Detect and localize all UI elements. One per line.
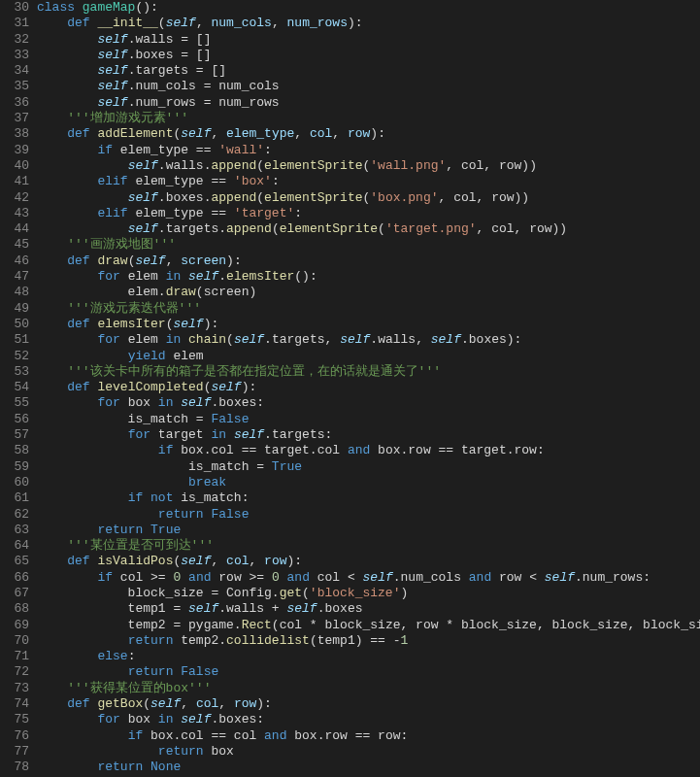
line-number: 69 [4, 618, 29, 633]
line-number: 39 [4, 143, 29, 158]
code-line[interactable]: if box.col == target.col and box.row == … [37, 443, 700, 458]
line-number: 50 [4, 317, 29, 332]
code-line[interactable]: self.boxes.append(elementSprite('box.png… [37, 190, 700, 206]
line-number: 70 [4, 633, 29, 649]
line-number: 62 [4, 507, 29, 523]
line-number: 34 [4, 63, 29, 79]
code-line[interactable]: return False [37, 507, 700, 523]
line-number: 60 [4, 475, 29, 490]
line-number: 30 [4, 0, 29, 16]
code-line[interactable]: '''某位置是否可到达''' [37, 538, 700, 554]
line-number: 52 [4, 349, 29, 364]
line-number: 44 [4, 221, 29, 237]
code-line[interactable]: self.targets.append(elementSprite('targe… [37, 221, 700, 237]
code-line[interactable]: '''画游戏地图''' [37, 237, 700, 253]
line-number: 75 [4, 712, 29, 727]
line-number: 45 [4, 237, 29, 253]
code-line[interactable]: return None [37, 760, 700, 775]
line-number: 67 [4, 586, 29, 601]
code-line[interactable]: return box [37, 744, 700, 760]
code-line[interactable]: elif elem_type == 'box': [37, 174, 700, 189]
line-number-gutter: 3031323334353637383940414243444546474849… [0, 0, 37, 777]
code-line[interactable]: self.num_cols = num_cols [37, 79, 700, 94]
line-number: 46 [4, 253, 29, 269]
line-number: 71 [4, 649, 29, 664]
code-line[interactable]: def draw(self, screen): [37, 253, 700, 269]
code-line[interactable]: def __init__(self, num_cols, num_rows): [37, 16, 700, 31]
code-line[interactable]: block_size = Config.get('block_size') [37, 586, 700, 601]
code-line[interactable]: for elem in self.elemsIter(): [37, 269, 700, 285]
code-line[interactable]: class gameMap(): [37, 0, 700, 16]
code-line[interactable]: self.boxes = [] [37, 48, 700, 63]
code-line[interactable]: return temp2.collidelist(temp1) == -1 [37, 633, 700, 649]
code-line[interactable]: for box in self.boxes: [37, 712, 700, 727]
code-line[interactable]: '''该关卡中所有的箱子是否都在指定位置，在的话就是通关了''' [37, 364, 700, 380]
line-number: 35 [4, 79, 29, 94]
code-line[interactable]: def isValidPos(self, col, row): [37, 554, 700, 569]
line-number: 43 [4, 206, 29, 221]
code-line[interactable]: return False [37, 664, 700, 680]
code-line[interactable]: if not is_match: [37, 490, 700, 506]
line-number: 63 [4, 523, 29, 538]
line-number: 41 [4, 174, 29, 189]
code-line[interactable]: temp2 = pygame.Rect(col * block_size, ro… [37, 618, 700, 633]
line-number: 73 [4, 681, 29, 696]
line-number: 37 [4, 111, 29, 126]
line-number: 55 [4, 395, 29, 411]
line-number: 38 [4, 126, 29, 142]
code-line[interactable]: self.num_rows = num_rows [37, 95, 700, 111]
line-number: 56 [4, 412, 29, 427]
code-line[interactable]: yield elem [37, 349, 700, 364]
line-number: 54 [4, 380, 29, 395]
code-line[interactable]: temp1 = self.walls + self.boxes [37, 601, 700, 617]
line-number: 31 [4, 16, 29, 31]
line-number: 42 [4, 190, 29, 206]
code-line[interactable]: for box in self.boxes: [37, 395, 700, 411]
code-line[interactable]: break [37, 475, 700, 490]
code-line[interactable]: def levelCompleted(self): [37, 380, 700, 395]
code-line[interactable]: def addElement(self, elem_type, col, row… [37, 126, 700, 142]
line-number: 64 [4, 538, 29, 554]
code-line[interactable]: '''获得某位置的box''' [37, 681, 700, 696]
line-number: 47 [4, 269, 29, 285]
line-number: 57 [4, 427, 29, 443]
code-editor[interactable]: 3031323334353637383940414243444546474849… [0, 0, 700, 777]
code-area[interactable]: class gameMap(): def __init__(self, num_… [37, 0, 700, 777]
code-line[interactable]: self.walls.append(elementSprite('wall.pn… [37, 158, 700, 174]
line-number: 49 [4, 301, 29, 317]
line-number: 72 [4, 664, 29, 680]
line-number: 32 [4, 32, 29, 48]
line-number: 78 [4, 760, 29, 775]
line-number: 33 [4, 48, 29, 63]
code-line[interactable]: for target in self.targets: [37, 427, 700, 443]
code-line[interactable]: if box.col == col and box.row == row: [37, 728, 700, 744]
line-number: 48 [4, 285, 29, 300]
code-line[interactable]: return True [37, 523, 700, 538]
code-line[interactable]: is_match = True [37, 459, 700, 475]
code-line[interactable]: elem.draw(screen) [37, 285, 700, 300]
code-line[interactable]: '''游戏元素迭代器''' [37, 301, 700, 317]
line-number: 76 [4, 728, 29, 744]
line-number: 66 [4, 570, 29, 586]
code-line[interactable]: is_match = False [37, 412, 700, 427]
code-line[interactable]: self.targets = [] [37, 63, 700, 79]
code-line[interactable]: def elemsIter(self): [37, 317, 700, 332]
line-number: 58 [4, 443, 29, 458]
line-number: 53 [4, 364, 29, 380]
line-number: 74 [4, 696, 29, 712]
code-line[interactable]: if elem_type == 'wall': [37, 143, 700, 158]
line-number: 61 [4, 490, 29, 506]
code-line[interactable]: def getBox(self, col, row): [37, 696, 700, 712]
line-number: 51 [4, 332, 29, 348]
line-number: 77 [4, 744, 29, 760]
line-number: 36 [4, 95, 29, 111]
code-line[interactable]: if col >= 0 and row >= 0 and col < self.… [37, 570, 700, 586]
code-line[interactable]: for elem in chain(self.targets, self.wal… [37, 332, 700, 348]
code-line[interactable]: self.walls = [] [37, 32, 700, 48]
line-number: 40 [4, 158, 29, 174]
code-line[interactable]: else: [37, 649, 700, 664]
code-line[interactable]: elif elem_type == 'target': [37, 206, 700, 221]
line-number: 65 [4, 554, 29, 569]
line-number: 68 [4, 601, 29, 617]
code-line[interactable]: '''增加游戏元素''' [37, 111, 700, 126]
